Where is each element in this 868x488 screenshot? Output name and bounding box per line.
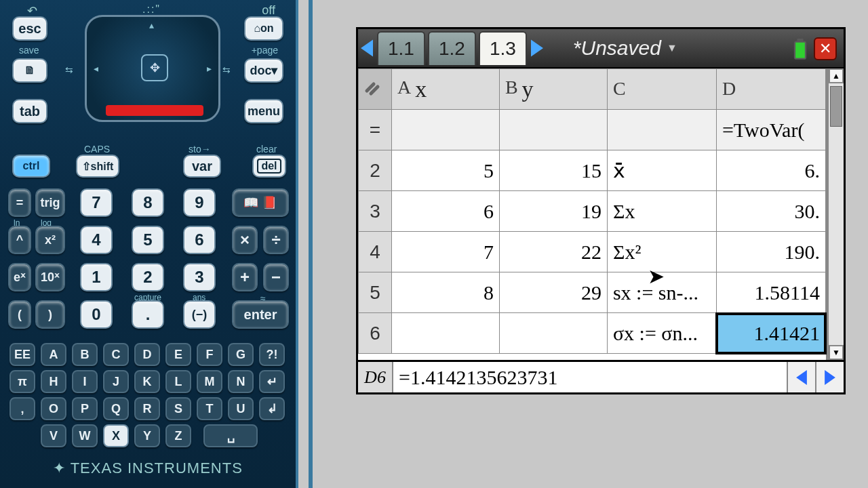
key-ee[interactable]: EE — [9, 343, 35, 366]
key-s[interactable]: S — [165, 397, 191, 420]
key-l[interactable]: L — [165, 370, 191, 393]
key-u[interactable]: U — [228, 397, 254, 420]
key-z[interactable]: Z — [165, 424, 191, 447]
key-8[interactable]: 8 — [132, 188, 164, 217]
key-e[interactable]: E — [165, 343, 191, 366]
cell[interactable]: 1.58114 — [716, 272, 825, 313]
close-button[interactable]: ✕ — [814, 37, 837, 60]
row-header[interactable]: 4 — [359, 232, 392, 272]
var-key[interactable]: var — [183, 155, 221, 178]
key-y[interactable]: Y — [134, 424, 160, 447]
cell[interactable]: 6 — [391, 191, 499, 232]
tab-key[interactable]: tab — [12, 99, 47, 123]
touchpad[interactable]: ▴ ◂ ▸ ✥ — [85, 15, 220, 122]
entry-prev-button[interactable] — [787, 362, 815, 392]
divide-key[interactable]: ÷ — [263, 226, 289, 254]
key-↵[interactable]: ↵ — [259, 370, 285, 393]
menu-key[interactable]: menu — [244, 99, 283, 123]
key-9[interactable]: 9 — [183, 188, 216, 217]
key-c[interactable]: C — [103, 343, 129, 366]
cell[interactable]: 30. — [716, 191, 825, 232]
col-header-b[interactable]: By — [499, 69, 607, 110]
lparen-key[interactable]: ( — [8, 300, 31, 329]
row-header[interactable]: 5 — [359, 272, 392, 313]
key-7[interactable]: 7 — [80, 188, 113, 217]
formula-c[interactable] — [607, 110, 716, 150]
key-3[interactable]: 3 — [183, 263, 216, 291]
cell[interactable]: sx := sn-... — [607, 272, 716, 313]
cell-value-input[interactable]: =1.4142135623731 — [393, 362, 787, 392]
plus-key[interactable]: + — [232, 263, 258, 291]
key-i[interactable]: I — [72, 370, 98, 393]
touchpad-click[interactable]: ✥ — [141, 54, 168, 81]
tab-1-2[interactable]: 1.2 — [428, 31, 476, 65]
cell[interactable]: Σx — [607, 191, 716, 232]
shift-key[interactable]: ⇧shift — [76, 155, 119, 178]
cell[interactable] — [499, 313, 607, 354]
cell[interactable]: Σx² — [607, 232, 716, 272]
cell[interactable]: 15 — [499, 150, 607, 191]
tab-prev-icon[interactable] — [361, 39, 373, 57]
spreadsheet-grid[interactable]: Ax By C D = =TwoVar( 2515x̄6.3619Σx30.47… — [358, 68, 827, 360]
on-key[interactable]: ⌂on — [244, 16, 283, 41]
scroll-down-icon[interactable]: ▼ — [829, 345, 844, 360]
caret-key[interactable]: ^ — [8, 226, 31, 254]
cell[interactable]: 5 — [391, 150, 499, 191]
minus-key[interactable]: − — [263, 263, 289, 291]
save-key[interactable]: 🗎 — [12, 58, 47, 83]
key-x[interactable]: X — [103, 424, 129, 447]
key-2[interactable]: 2 — [132, 263, 164, 291]
cell[interactable]: 7 — [391, 232, 499, 272]
cell[interactable]: 190. — [716, 232, 825, 272]
xsquared-key[interactable]: x² — [35, 226, 65, 254]
tab-next-icon[interactable] — [531, 39, 543, 57]
key-a[interactable]: A — [41, 343, 66, 366]
key-h[interactable]: H — [41, 370, 66, 393]
del-key[interactable]: del — [252, 155, 286, 178]
key-‚[interactable]: ‚ — [9, 397, 35, 420]
cell[interactable]: x̄ — [607, 150, 716, 191]
col-header-c[interactable]: C — [607, 69, 716, 110]
row-header[interactable]: 3 — [359, 191, 392, 232]
formula-b[interactable] — [499, 110, 607, 150]
key-1[interactable]: 1 — [80, 263, 113, 291]
key-v[interactable]: V — [41, 424, 66, 447]
grid-corner[interactable] — [359, 69, 392, 110]
cell[interactable]: σx := σn... — [607, 313, 716, 354]
cell[interactable]: 22 — [499, 232, 607, 272]
key-o[interactable]: O — [41, 397, 66, 420]
key-4[interactable]: 4 — [80, 226, 113, 254]
key-6[interactable]: 6 — [183, 226, 216, 254]
formula-d[interactable]: =TwoVar( — [716, 110, 825, 150]
key-f[interactable]: F — [197, 343, 222, 366]
key-m[interactable]: M — [197, 370, 222, 393]
cell[interactable]: 1.41421 — [716, 313, 825, 354]
key-j[interactable]: J — [103, 370, 129, 393]
ctrl-key[interactable]: ctrl — [12, 155, 50, 178]
touchpad-bottom-bar[interactable] — [106, 105, 203, 116]
enter-key[interactable]: enter — [232, 300, 289, 329]
row-header[interactable]: 6 — [359, 313, 392, 354]
cell[interactable]: 19 — [499, 191, 607, 232]
vertical-scrollbar[interactable]: ▲ ▼ — [827, 68, 844, 360]
key-q[interactable]: Q — [103, 397, 129, 420]
equals-key[interactable]: = — [8, 188, 31, 217]
title-dropdown-icon[interactable]: ▼ — [667, 42, 677, 54]
tenx-key[interactable]: 10ˣ — [35, 263, 65, 291]
row-header[interactable]: 2 — [359, 150, 392, 191]
key-d[interactable]: D — [134, 343, 160, 366]
key-↲[interactable]: ↲ — [259, 397, 285, 420]
scroll-thumb[interactable] — [830, 86, 842, 127]
key-5[interactable]: 5 — [132, 226, 164, 254]
rparen-key[interactable]: ) — [35, 300, 65, 329]
key-p[interactable]: P — [72, 397, 98, 420]
space-key[interactable]: ␣ — [203, 424, 258, 447]
decimal-key[interactable]: . — [132, 300, 164, 329]
cell[interactable]: 8 — [391, 272, 499, 313]
tab-1-1[interactable]: 1.1 — [377, 31, 425, 65]
ex-key[interactable]: eˣ — [8, 263, 31, 291]
key-n[interactable]: N — [228, 370, 254, 393]
key-w[interactable]: W — [72, 424, 98, 447]
key-b[interactable]: B — [72, 343, 98, 366]
tab-1-3[interactable]: 1.3 — [479, 31, 527, 65]
